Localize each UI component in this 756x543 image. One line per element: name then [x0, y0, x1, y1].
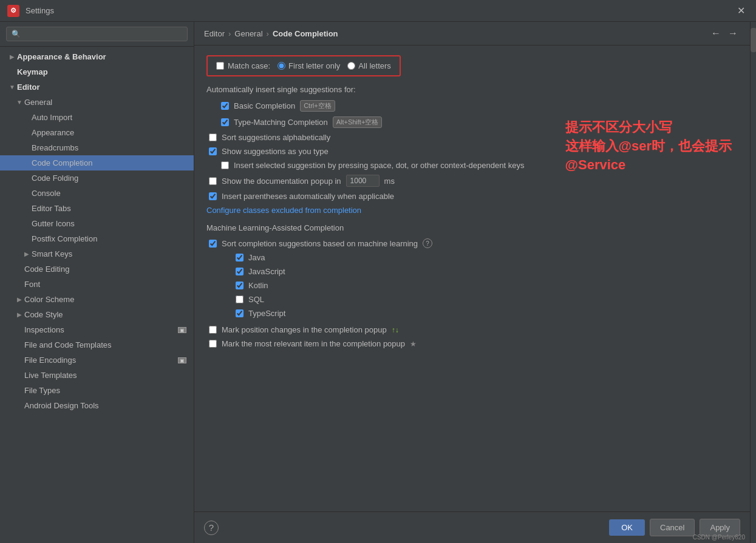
mark-position-row: Mark position changes in the completion …	[206, 325, 738, 334]
settings-icon: ▣	[178, 357, 186, 363]
scrollbar-thumb	[751, 28, 756, 52]
sidebar-tree: ▶ Appearance & Behavior Keymap ▼ Edito	[0, 47, 194, 543]
type-matching-checkbox[interactable]	[221, 118, 229, 126]
sidebar-item-code-editing[interactable]: Code Editing	[0, 261, 194, 277]
sidebar-item-appearance-behavior[interactable]: ▶ Appearance & Behavior	[0, 49, 194, 64]
window-title: Settings	[26, 6, 734, 15]
sidebar-item-code-completion[interactable]: Code Completion	[0, 155, 194, 170]
close-button[interactable]: ✕	[734, 5, 749, 16]
sidebar-item-appearance[interactable]: Appearance	[0, 125, 194, 140]
insert-parens-checkbox[interactable]	[209, 192, 217, 200]
sidebar-item-inspections[interactable]: Inspections ▣	[0, 322, 194, 337]
insert-selected-label: Insert selected suggestion by pressing s…	[234, 161, 524, 170]
javascript-checkbox[interactable]	[236, 268, 243, 275]
sidebar-item-code-folding[interactable]: Code Folding	[0, 170, 194, 186]
expand-icon	[22, 190, 32, 197]
sidebar-item-auto-import[interactable]: Auto Import	[0, 110, 194, 125]
sidebar-label: Appearance	[32, 128, 74, 137]
breadcrumb-current: Code Completion	[273, 29, 338, 38]
ml-sort-row: Sort completion suggestions based on mac…	[206, 238, 738, 248]
mark-relevant-row: Mark the most relevant item in the compl…	[206, 339, 738, 348]
sidebar-label: Code Editing	[24, 265, 69, 274]
sort-alpha-checkbox[interactable]	[209, 133, 217, 141]
expand-icon	[22, 205, 32, 212]
configure-link[interactable]: Configure classes excluded from completi…	[206, 206, 738, 215]
show-doc-row: Show the documentation popup in ms	[206, 175, 738, 187]
sql-checkbox[interactable]	[236, 295, 243, 303]
kotlin-label: Kotlin	[248, 281, 268, 290]
sidebar-label: Smart Keys	[32, 249, 72, 258]
sidebar-label: File Encodings	[24, 356, 76, 365]
sidebar-label: Editor Tabs	[32, 204, 71, 213]
show-suggestions-row: Show suggestions as you type	[206, 147, 738, 156]
sidebar-item-file-encodings[interactable]: File Encodings ▣	[0, 352, 194, 368]
show-suggestions-checkbox[interactable]	[209, 147, 217, 155]
javascript-label: JavaScript	[248, 267, 285, 276]
help-button[interactable]: ?	[204, 521, 219, 535]
show-suggestions-label: Show suggestions as you type	[222, 147, 329, 156]
ok-button[interactable]: OK	[609, 519, 645, 536]
kotlin-checkbox[interactable]	[236, 282, 243, 289]
sidebar-item-console[interactable]: Console	[0, 186, 194, 201]
first-letter-radio[interactable]	[278, 62, 285, 70]
star-icon: ★	[410, 340, 417, 348]
basic-completion-shortcut: Ctrl+空格	[300, 100, 335, 112]
sidebar-item-editor[interactable]: ▼ Editor	[0, 79, 194, 95]
type-matching-label: Type-Matching Completion	[234, 118, 328, 127]
sidebar-item-file-code-templates[interactable]: File and Code Templates	[0, 337, 194, 352]
settings-window: ⚙ Settings ✕ ▶ Appearance & Behavior	[0, 0, 756, 543]
java-checkbox[interactable]	[236, 254, 243, 261]
expand-icon	[22, 144, 32, 151]
sidebar-item-editor-tabs[interactable]: Editor Tabs	[0, 201, 194, 216]
search-box	[0, 22, 194, 47]
expand-icon	[22, 114, 32, 121]
watermark: CSDN @Perley620	[693, 534, 745, 541]
sidebar-item-gutter-icons[interactable]: Gutter Icons	[0, 216, 194, 231]
sidebar-item-font[interactable]: Font	[0, 277, 194, 292]
mark-relevant-checkbox[interactable]	[209, 340, 217, 348]
breadcrumb-sep2: ›	[267, 29, 269, 38]
sidebar-item-code-style[interactable]: ▶ Code Style	[0, 307, 194, 322]
sidebar-label: Code Completion	[32, 158, 92, 167]
expand-icon	[15, 402, 24, 409]
ml-sort-checkbox[interactable]	[209, 240, 217, 248]
match-case-box: Match case: First letter only All letter…	[206, 55, 401, 76]
all-letters-radio[interactable]	[347, 62, 355, 70]
match-case-checkbox[interactable]	[216, 62, 224, 70]
sidebar-item-keymap[interactable]: Keymap	[0, 64, 194, 79]
sidebar-item-android-design-tools[interactable]: Android Design Tools	[0, 398, 194, 413]
forward-button[interactable]: →	[726, 28, 740, 39]
insert-selected-checkbox[interactable]	[221, 161, 229, 169]
sidebar-item-smart-keys[interactable]: ▶ Smart Keys	[0, 246, 194, 261]
sidebar-item-file-types[interactable]: File Types	[0, 383, 194, 398]
search-input[interactable]	[6, 27, 188, 41]
sidebar-item-general[interactable]: ▼ General	[0, 95, 194, 110]
sidebar-label: Font	[24, 280, 40, 289]
auto-insert-label: Automatically insert single suggestions …	[206, 85, 738, 94]
java-row: Java	[206, 253, 738, 262]
kotlin-row: Kotlin	[206, 281, 738, 290]
doc-popup-ms-input[interactable]	[346, 175, 380, 187]
sidebar-item-breadcrumbs[interactable]: Breadcrumbs	[0, 140, 194, 155]
sidebar-label: Android Design Tools	[24, 401, 99, 410]
typescript-row: TypeScript	[206, 309, 738, 318]
sidebar-item-color-scheme[interactable]: ▶ Color Scheme	[0, 292, 194, 307]
breadcrumb-bar: Editor › General › Code Completion ← →	[194, 22, 750, 46]
mark-position-checkbox[interactable]	[209, 326, 217, 334]
breadcrumb-sep1: ›	[228, 29, 231, 38]
sidebar-item-live-templates[interactable]: Live Templates	[0, 368, 194, 383]
expand-icon: ▼	[7, 84, 17, 90]
back-button[interactable]: ←	[709, 28, 723, 39]
sidebar-item-postfix-completion[interactable]: Postfix Completion	[0, 231, 194, 246]
show-doc-checkbox[interactable]	[209, 177, 217, 185]
right-scrollbar[interactable]	[750, 22, 756, 543]
help-icon[interactable]: ?	[423, 238, 432, 248]
basic-completion-checkbox[interactable]	[221, 102, 229, 110]
basic-completion-row: Basic Completion Ctrl+空格	[206, 100, 738, 112]
sql-row: SQL	[206, 295, 738, 304]
typescript-checkbox[interactable]	[236, 309, 243, 317]
javascript-row: JavaScript	[206, 267, 738, 276]
cancel-button[interactable]: Cancel	[650, 519, 695, 536]
show-doc-label: Show the documentation popup in	[222, 177, 341, 186]
sidebar-label: Appearance & Behavior	[17, 52, 106, 61]
